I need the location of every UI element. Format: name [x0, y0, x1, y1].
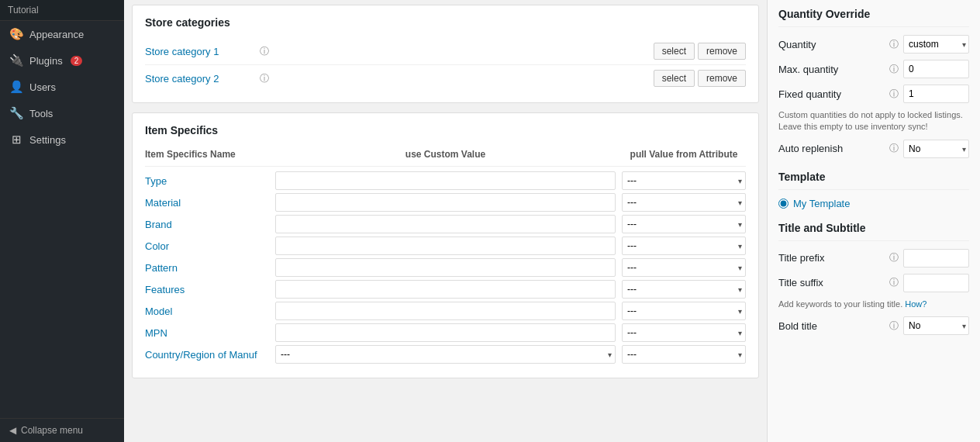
item-specifics-card: Item Specifics Item Specifics Name use C…	[132, 112, 759, 378]
max-quantity-help-icon[interactable]: ⓘ	[889, 63, 899, 76]
item-spec-row-7: MPN---	[145, 323, 746, 342]
title-prefix-help-icon[interactable]: ⓘ	[889, 251, 899, 264]
settings-icon: ⊞	[9, 133, 23, 147]
sidebar-item-label-plugins: Plugins	[29, 55, 63, 67]
item-spec-attr-wrapper-0[interactable]: ---	[622, 171, 746, 190]
title-subtitle-title: Title and Subtitle	[778, 222, 969, 241]
item-spec-attr-wrapper-2[interactable]: ---	[622, 215, 746, 233]
appearance-icon: 🎨	[9, 27, 23, 41]
store-category-1-remove-button[interactable]: remove	[698, 43, 746, 60]
item-spec-attr-select-1[interactable]: ---	[622, 193, 746, 212]
store-category-2-select-button[interactable]: select	[654, 70, 695, 87]
fixed-quantity-label: Fixed quantity	[778, 88, 885, 100]
store-categories-card: Store categories Store category 1 ⓘ sele…	[132, 5, 759, 103]
item-spec-attr-wrapper-6[interactable]: ---	[622, 302, 746, 320]
item-spec-attr-select-wrapper-8[interactable]: ---	[622, 345, 746, 364]
sidebar-item-users[interactable]: 👤 Users	[0, 74, 124, 100]
title-prefix-label: Title prefix	[778, 252, 885, 264]
item-spec-attr-select-7[interactable]: ---	[622, 323, 746, 342]
item-specifics-header: Item Specifics Name use Custom Value pul…	[145, 146, 746, 167]
item-spec-custom-input-5[interactable]	[275, 280, 616, 299]
store-categories-title: Store categories	[145, 16, 746, 29]
template-radio-input[interactable]	[778, 199, 788, 209]
sidebar-item-settings[interactable]: ⊞ Settings	[0, 126, 124, 153]
store-category-2-help-icon[interactable]: ⓘ	[260, 72, 269, 85]
right-panel: Quantity Override Quantity ⓘ custom fixe…	[767, 0, 980, 442]
template-radio-label[interactable]: My Template	[793, 198, 850, 209]
quantity-override-title: Quantity Override	[778, 8, 969, 27]
item-spec-attr-select-3[interactable]: ---	[622, 237, 746, 255]
item-spec-name-2: Brand	[145, 216, 269, 233]
title-suffix-label: Title suffix	[778, 277, 885, 288]
title-suffix-input[interactable]	[903, 274, 969, 292]
store-category-1-actions: select remove	[654, 43, 746, 60]
item-spec-custom-input-7[interactable]	[275, 323, 616, 342]
quantity-note: Custom quantities do not apply to locked…	[778, 109, 969, 133]
item-spec-attr-select-2[interactable]: ---	[622, 215, 746, 233]
quantity-select-wrapper[interactable]: custom fixed max	[903, 35, 969, 54]
fixed-quantity-row: Fixed quantity ⓘ	[778, 85, 969, 103]
title-subtitle-section: Title and Subtitle Title prefix ⓘ Title …	[778, 222, 969, 335]
sidebar-item-label-tools: Tools	[29, 108, 53, 119]
item-spec-attr-wrapper-3[interactable]: ---	[622, 237, 746, 255]
item-spec-custom-input-4[interactable]	[275, 258, 616, 277]
item-spec-custom-input-6[interactable]	[275, 302, 616, 320]
bold-title-select[interactable]: No Yes	[903, 316, 969, 335]
sidebar-item-appearance[interactable]: 🎨 Appearance	[0, 21, 124, 47]
item-specifics-rows: Type---Material---Brand---Color---Patter…	[145, 171, 746, 364]
collapse-icon: ◀	[9, 425, 16, 436]
title-prefix-input[interactable]	[903, 249, 969, 268]
store-category-1-name: Store category 1	[145, 46, 254, 57]
collapse-menu-button[interactable]: ◀ Collapse menu	[0, 418, 124, 442]
item-spec-custom-input-2[interactable]	[275, 215, 616, 233]
item-spec-attr-wrapper-1[interactable]: ---	[622, 193, 746, 212]
item-spec-row-5: Features---	[145, 280, 746, 299]
fixed-quantity-input[interactable]	[903, 85, 969, 103]
store-category-1-select-button[interactable]: select	[654, 43, 695, 60]
tools-icon: 🔧	[9, 106, 23, 120]
sidebar-item-label-appearance: Appearance	[29, 29, 84, 40]
item-spec-attr-select-0[interactable]: ---	[622, 171, 746, 190]
item-spec-attr-wrapper-7[interactable]: ---	[622, 323, 746, 342]
title-note: Add keywords to your listing title. How?	[778, 299, 969, 310]
item-spec-attr-wrapper-4[interactable]: ---	[622, 258, 746, 277]
sidebar-item-tools[interactable]: 🔧 Tools	[0, 100, 124, 126]
bold-title-select-wrapper[interactable]: No Yes	[903, 316, 969, 335]
item-spec-custom-input-3[interactable]	[275, 237, 616, 255]
sidebar-item-plugins[interactable]: 🔌 Plugins 2	[0, 47, 124, 74]
item-spec-attr-wrapper-5[interactable]: ---	[622, 280, 746, 299]
quantity-help-icon[interactable]: ⓘ	[889, 38, 899, 51]
title-suffix-help-icon[interactable]: ⓘ	[889, 276, 899, 289]
auto-replenish-select-wrapper[interactable]: No Yes	[903, 140, 969, 158]
bold-title-row: Bold title ⓘ No Yes	[778, 316, 969, 335]
item-spec-custom-input-1[interactable]	[275, 193, 616, 212]
item-spec-custom-select-wrapper-8[interactable]: ---	[275, 345, 616, 364]
title-how-link[interactable]: How?	[905, 299, 927, 309]
auto-replenish-select[interactable]: No Yes	[903, 140, 969, 158]
item-spec-name-0: Type	[145, 172, 269, 190]
bold-title-help-icon[interactable]: ⓘ	[889, 319, 899, 333]
item-spec-name-7: MPN	[145, 324, 269, 342]
max-quantity-label: Max. quantity	[778, 64, 885, 75]
quantity-override-section: Quantity Override Quantity ⓘ custom fixe…	[778, 8, 969, 158]
item-spec-attr-select-5[interactable]: ---	[622, 280, 746, 299]
item-spec-custom-input-0[interactable]	[275, 171, 616, 190]
max-quantity-input[interactable]	[903, 60, 969, 78]
quantity-select[interactable]: custom fixed max	[903, 35, 969, 54]
fixed-quantity-help-icon[interactable]: ⓘ	[889, 88, 899, 101]
store-category-row-1: Store category 1 ⓘ select remove	[145, 38, 746, 65]
item-spec-attr-select-6[interactable]: ---	[622, 302, 746, 320]
auto-replenish-help-icon[interactable]: ⓘ	[889, 142, 899, 155]
item-spec-custom-select-8[interactable]: ---	[275, 345, 616, 364]
template-section: Template My Template	[778, 171, 969, 209]
plugins-badge: 2	[71, 56, 83, 66]
item-spec-attr-select-8[interactable]: ---	[622, 345, 746, 364]
title-note-text: Add keywords to your listing title.	[778, 299, 902, 309]
store-category-2-remove-button[interactable]: remove	[698, 70, 746, 87]
store-category-2-name: Store category 2	[145, 73, 254, 85]
item-spec-attr-select-4[interactable]: ---	[622, 258, 746, 277]
bold-title-label: Bold title	[778, 320, 885, 332]
store-category-1-help-icon[interactable]: ⓘ	[260, 45, 269, 58]
store-category-row-2: Store category 2 ⓘ select remove	[145, 65, 746, 92]
item-spec-row-8: Country/Region of Manuf------	[145, 345, 746, 364]
